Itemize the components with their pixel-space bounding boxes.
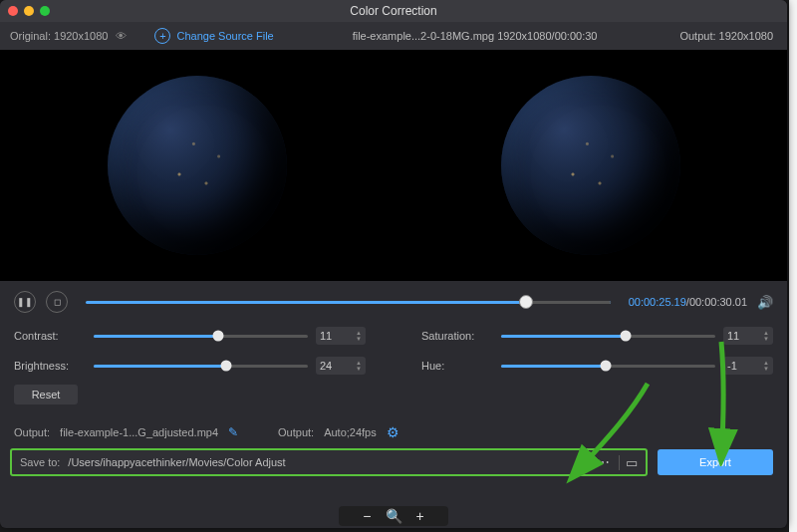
stepper-icon[interactable]: ▲▼ — [356, 360, 362, 372]
toolbar: Original: 1920x1080 👁 + Change Source Fi… — [0, 22, 787, 50]
reset-button[interactable]: Reset — [14, 385, 78, 404]
pause-button[interactable]: ❚❚ — [14, 291, 36, 313]
output-filename: file-example-1...G_adjusted.mp4 — [60, 426, 218, 438]
stepper-icon[interactable]: ▲▼ — [763, 360, 769, 372]
change-source-label: Change Source File — [176, 30, 273, 42]
save-path-box: Save to: /Users/ihappyacethinker/Movies/… — [10, 448, 648, 476]
output-format-label: Output: — [278, 426, 314, 438]
stepper-icon[interactable]: ▲▼ — [763, 330, 769, 342]
output-format: Auto;24fps — [324, 426, 377, 438]
edit-filename-icon[interactable]: ✎ — [228, 425, 238, 439]
saturation-slider[interactable] — [501, 335, 715, 338]
save-row: Save to: /Users/ihappyacethinker/Movies/… — [10, 448, 777, 476]
output-label: Output: — [14, 426, 50, 438]
magnifier-icon[interactable]: 🔍 — [386, 508, 402, 524]
volume-icon[interactable]: 🔊 — [757, 295, 773, 310]
settings-gear-icon[interactable]: ⚙ — [387, 424, 399, 440]
current-time: 00:00:25.19 — [629, 296, 686, 308]
brightness-value[interactable]: 24▲▼ — [316, 357, 366, 375]
saturation-value[interactable]: 11▲▼ — [723, 327, 773, 345]
hue-value[interactable]: -1▲▼ — [723, 357, 773, 375]
export-button[interactable]: Export — [658, 449, 773, 475]
stop-button[interactable]: ◻ — [46, 291, 68, 313]
contrast-slider[interactable] — [94, 335, 308, 338]
source-file-info: file-example...2-0-18MG.mpg 1920x1080/00… — [284, 30, 666, 42]
timeline-thumb[interactable] — [519, 295, 533, 309]
saturation-label: Saturation: — [421, 330, 493, 342]
preview-area — [0, 50, 787, 281]
plus-circle-icon: + — [154, 28, 170, 44]
time-display: 00:00:25.19/00:00:30.01 — [629, 296, 747, 308]
preview-eye-icon[interactable]: 👁 — [116, 30, 127, 42]
hue-slider[interactable] — [501, 365, 715, 368]
window-title: Color Correction — [0, 4, 787, 18]
timeline-slider[interactable] — [86, 301, 611, 304]
zoom-in-button[interactable]: + — [416, 508, 424, 524]
contrast-label: Contrast: — [14, 330, 86, 342]
adjustment-sliders: Contrast: 11▲▼ Saturation: 11▲▼ Brightne… — [14, 327, 773, 375]
output-resolution-label: Output: 1920x1080 — [665, 30, 787, 42]
contrast-value[interactable]: 11▲▼ — [316, 327, 366, 345]
save-path: /Users/ihappyacethinker/Movies/Color Adj… — [68, 456, 588, 468]
stepper-icon[interactable]: ▲▼ — [356, 330, 362, 342]
app-window: Color Correction Original: 1920x1080 👁 +… — [0, 0, 787, 528]
adjusted-preview — [394, 50, 787, 281]
zoom-out-button[interactable]: − — [363, 508, 371, 524]
zoom-toolbar: − 🔍 + — [339, 506, 448, 526]
titlebar: Color Correction — [0, 0, 787, 22]
open-folder-icon[interactable]: ▭ — [619, 455, 638, 470]
playback-row: ❚❚ ◻ 00:00:25.19/00:00:30.01 🔊 — [14, 291, 773, 313]
hue-label: Hue: — [421, 360, 493, 372]
browse-button[interactable]: ⋯ — [588, 454, 619, 470]
output-row: Output: file-example-1...G_adjusted.mp4 … — [14, 424, 773, 440]
change-source-button[interactable]: + Change Source File — [154, 28, 273, 44]
total-time: /00:00:30.01 — [686, 296, 747, 308]
original-resolution-label: Original: 1920x1080 — [10, 30, 108, 42]
brightness-label: Brightness: — [14, 360, 86, 372]
brightness-slider[interactable] — [94, 365, 308, 368]
save-to-label: Save to: — [20, 456, 60, 468]
original-preview — [0, 50, 394, 281]
